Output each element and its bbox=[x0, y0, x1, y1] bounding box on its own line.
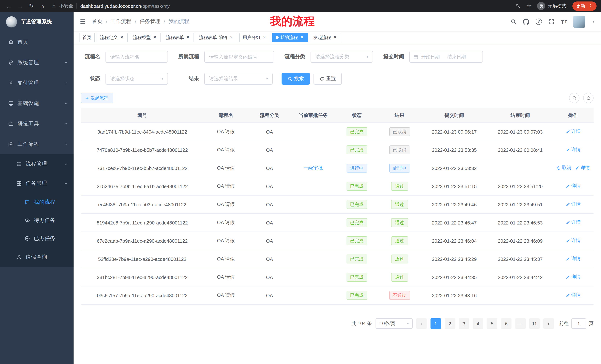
user-avatar[interactable] bbox=[573, 15, 585, 28]
forward-icon[interactable]: → bbox=[16, 1, 25, 10]
app-title: 芋道管理系统 bbox=[21, 19, 52, 25]
status-select[interactable]: 请选择状态 ▼ bbox=[105, 73, 168, 85]
cell-status: 已完成 bbox=[335, 213, 378, 232]
tab-close-icon[interactable]: × bbox=[262, 35, 267, 40]
breadcrumb-item[interactable]: 首页 bbox=[92, 18, 102, 25]
fullscreen-icon[interactable] bbox=[548, 18, 555, 25]
cell-current-task bbox=[291, 123, 335, 141]
page-button-5[interactable]: 5 bbox=[487, 318, 497, 329]
column-header: 状态 bbox=[335, 108, 378, 123]
sidebar-item-payment-management[interactable]: 支付管理 bbox=[0, 73, 74, 93]
page-button-3[interactable]: 3 bbox=[459, 318, 469, 329]
cell-process-id: 52ffd28e-7b9a-11ec-a290-acde48001122 bbox=[81, 250, 204, 268]
sidebar-item-todo-tasks[interactable]: 待办任务 bbox=[0, 211, 74, 229]
detail-action-link[interactable]: 详情 bbox=[566, 256, 581, 262]
goto-page-input[interactable] bbox=[571, 318, 586, 329]
filter-process-name: 流程名 bbox=[81, 51, 168, 63]
browser-toolbar: ← → ↻ ⌂ ⚠ 不安全 dashboard.yudao.iocoder.cn… bbox=[0, 0, 601, 12]
next-page-button[interactable]: › bbox=[543, 318, 554, 329]
process-definition-input[interactable] bbox=[204, 51, 274, 63]
detail-action-link[interactable]: 详情 bbox=[566, 183, 581, 189]
bookmark-star-icon[interactable]: ☆ bbox=[524, 1, 533, 10]
tab-item[interactable]: 用户分组× bbox=[239, 33, 270, 42]
category-select[interactable]: 请选择流程分类 ▼ bbox=[311, 51, 373, 63]
avatar-caret-icon[interactable]: ▼ bbox=[592, 20, 595, 23]
reset-button[interactable]: 重置 bbox=[313, 73, 342, 85]
page-button-1[interactable]: 1 bbox=[431, 318, 441, 329]
sidebar-item-task-management[interactable]: 任务管理 bbox=[0, 174, 74, 193]
detail-action-link[interactable]: 详情 bbox=[566, 220, 581, 226]
tab-item[interactable]: 流程表单× bbox=[163, 33, 194, 42]
sidebar-item-process-management[interactable]: 流程管理 bbox=[0, 154, 74, 174]
page-ellipsis[interactable]: ··· bbox=[515, 318, 526, 329]
detail-action-link[interactable]: 详情 bbox=[566, 238, 581, 244]
sidebar-item-infrastructure[interactable]: 基础设施 bbox=[0, 93, 74, 114]
sidebar-item-done-tasks[interactable]: 已办任务 bbox=[0, 229, 74, 248]
reload-icon[interactable]: ↻ bbox=[27, 1, 36, 10]
detail-action-link[interactable]: 详情 bbox=[566, 274, 581, 280]
tab-close-icon[interactable]: × bbox=[119, 35, 124, 40]
sidebar-item-leave-query[interactable]: 请假查询 bbox=[0, 248, 74, 267]
table-row: 52ffd28e-7b9a-11ec-a290-acde48001122OA 请… bbox=[81, 250, 594, 268]
back-icon[interactable]: ← bbox=[4, 1, 13, 10]
cancel-action-link[interactable]: 取消 bbox=[556, 165, 571, 171]
breadcrumb-item[interactable]: 任务管理 bbox=[140, 18, 160, 25]
tab-close-icon[interactable]: × bbox=[185, 35, 190, 40]
update-button[interactable]: 更新 ⋮ bbox=[572, 1, 597, 10]
sidebar-item-system-management[interactable]: 系统管理 bbox=[0, 52, 74, 73]
refresh-table-button[interactable] bbox=[583, 93, 594, 103]
filter-submit-time: 提交时间 开始日期 - 结束日期 bbox=[382, 51, 483, 63]
detail-action-link[interactable]: 详情 bbox=[566, 147, 581, 153]
cell-process-id: 7470a810-7b9b-11ec-b5b7-acde48001122 bbox=[81, 141, 204, 159]
page-button-4[interactable]: 4 bbox=[473, 318, 483, 329]
tab-close-icon[interactable]: × bbox=[332, 35, 338, 40]
process-name-input[interactable] bbox=[105, 51, 168, 63]
page-button-11[interactable]: 11 bbox=[529, 318, 540, 329]
tab-item[interactable]: 流程模型× bbox=[130, 33, 161, 42]
search-icon[interactable] bbox=[510, 18, 517, 25]
toolbox-icon bbox=[8, 121, 14, 126]
detail-action-link[interactable]: 详情 bbox=[566, 129, 581, 135]
page-size-select[interactable]: 10条/页 ▼ bbox=[376, 318, 413, 329]
help-icon[interactable]: ? bbox=[536, 18, 542, 25]
detail-action-link[interactable]: 详情 bbox=[566, 201, 581, 208]
address-bar[interactable]: ⚠ 不安全 dashboard.yudao.iocoder.cn/bpm/tas… bbox=[49, 3, 511, 9]
sidebar-item-home[interactable]: 首页 bbox=[0, 32, 74, 52]
tab-item[interactable]: 流程表单-编辑× bbox=[196, 33, 237, 42]
start-process-button[interactable]: + 发起流程 bbox=[81, 93, 113, 103]
detail-action-link[interactable]: 详情 bbox=[575, 165, 590, 171]
tab-close-icon[interactable]: × bbox=[229, 35, 234, 40]
list-icon bbox=[16, 161, 22, 167]
sidebar-item-my-process[interactable]: 我的流程 bbox=[0, 193, 74, 211]
key-icon[interactable] bbox=[513, 1, 522, 10]
search-button[interactable]: 搜索 bbox=[281, 73, 310, 85]
filter-form: 流程名 所属流程 流程分类 请选择流程分类 ▼ bbox=[81, 44, 594, 85]
current-task-link[interactable]: 一级审批 bbox=[303, 165, 323, 171]
cell-process-name: OA 请假 bbox=[204, 232, 248, 250]
browser-menu-icon[interactable]: ⋮ bbox=[588, 3, 593, 9]
detail-action-link[interactable]: 详情 bbox=[566, 292, 581, 298]
breadcrumb-item[interactable]: 工作流程 bbox=[111, 18, 131, 25]
prev-page-button[interactable]: ‹ bbox=[416, 318, 427, 329]
page-button-6[interactable]: 6 bbox=[501, 318, 511, 329]
tab-item[interactable]: 发起流程× bbox=[310, 33, 341, 42]
cell-process-id: 7317cec6-7b9b-11ec-b5b7-acde48001122 bbox=[81, 159, 204, 177]
table-header-row: 编号流程名流程分类当前审批任务状态结果提交时间结束时间操作 bbox=[81, 108, 594, 123]
cell-actions: 详情 bbox=[553, 250, 594, 268]
tab-item[interactable]: 我的流程× bbox=[272, 33, 308, 42]
sidebar-item-dev-tools[interactable]: 研发工具 bbox=[0, 114, 74, 134]
github-icon[interactable] bbox=[523, 18, 529, 25]
home-icon[interactable]: ⌂ bbox=[38, 1, 47, 10]
hamburger-icon[interactable] bbox=[80, 18, 86, 25]
app-logo: 芋道管理系统 bbox=[0, 12, 74, 32]
toggle-search-button[interactable] bbox=[569, 93, 580, 103]
tab-close-icon[interactable]: × bbox=[152, 35, 158, 40]
date-range-picker[interactable]: 开始日期 - 结束日期 bbox=[409, 51, 483, 63]
sidebar-item-workflow[interactable]: 工作流程 bbox=[0, 134, 74, 154]
tab-close-icon[interactable]: × bbox=[299, 35, 305, 40]
font-size-icon[interactable]: TT bbox=[561, 18, 567, 25]
result-select[interactable]: 请选择流结果 ▼ bbox=[204, 73, 273, 85]
tab-item[interactable]: 流程定义× bbox=[97, 33, 128, 42]
tab-item[interactable]: 首页 bbox=[79, 33, 95, 42]
page-button-2[interactable]: 2 bbox=[445, 318, 455, 329]
